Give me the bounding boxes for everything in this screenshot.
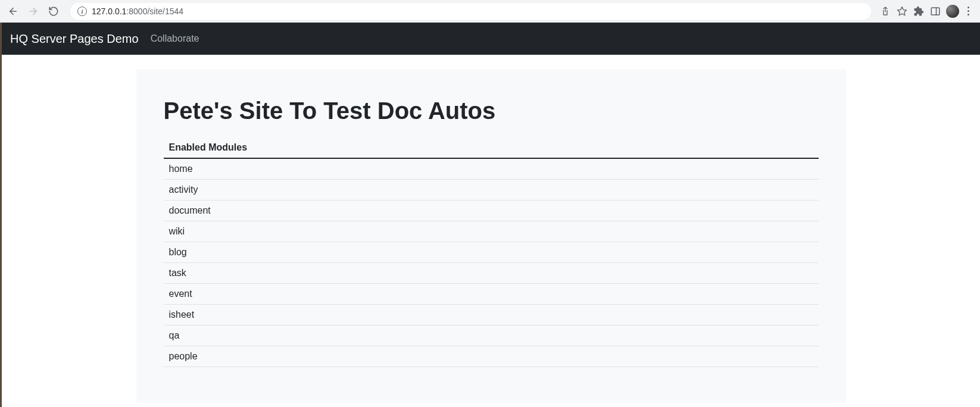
- main-container: Pete's Site To Test Doc Autos Enabled Mo…: [2, 55, 980, 407]
- svg-rect-3: [931, 8, 940, 15]
- site-info-icon[interactable]: i: [77, 7, 87, 16]
- module-cell: task: [164, 263, 819, 284]
- modules-table: Enabled Modules homeactivitydocumentwiki…: [164, 137, 819, 367]
- table-row: blog: [164, 242, 819, 263]
- module-cell: isheet: [164, 305, 819, 325]
- table-row: document: [164, 201, 819, 221]
- table-row: event: [164, 284, 819, 305]
- navbar-link-collaborate[interactable]: Collaborate: [151, 33, 199, 44]
- page-title: Pete's Site To Test Doc Autos: [164, 98, 819, 124]
- share-icon[interactable]: [879, 5, 891, 17]
- module-cell: blog: [164, 242, 819, 263]
- back-button[interactable]: [5, 3, 21, 20]
- module-cell: home: [164, 158, 819, 180]
- content-card: Pete's Site To Test Doc Autos Enabled Mo…: [136, 69, 846, 403]
- address-bar[interactable]: i 127.0.0.1:8000/site/1544: [70, 3, 871, 20]
- table-row: people: [164, 346, 819, 367]
- profile-avatar[interactable]: [946, 5, 959, 18]
- page-body: HQ Server Pages Demo Collaborate Pete's …: [0, 23, 980, 407]
- table-row: isheet: [164, 305, 819, 325]
- url-text: 127.0.0.1:8000/site/1544: [92, 7, 183, 16]
- navbar-brand[interactable]: HQ Server Pages Demo: [10, 32, 139, 46]
- extensions-icon[interactable]: [913, 5, 925, 17]
- module-cell: document: [164, 201, 819, 221]
- module-cell: activity: [164, 180, 819, 201]
- reload-button[interactable]: [45, 3, 62, 20]
- forward-button[interactable]: [25, 3, 42, 20]
- browser-toolbar: i 127.0.0.1:8000/site/1544: [0, 0, 980, 23]
- table-row: activity: [164, 180, 819, 201]
- svg-marker-2: [898, 7, 907, 15]
- module-cell: wiki: [164, 221, 819, 242]
- table-header: Enabled Modules: [164, 137, 819, 158]
- table-row: home: [164, 158, 819, 180]
- side-panel-icon[interactable]: [929, 5, 941, 17]
- app-navbar: HQ Server Pages Demo Collaborate: [2, 23, 980, 55]
- table-row: qa: [164, 325, 819, 346]
- module-cell: event: [164, 284, 819, 305]
- bookmark-star-icon[interactable]: [896, 5, 908, 17]
- browser-menu-icon[interactable]: [964, 7, 973, 15]
- table-row: task: [164, 263, 819, 284]
- module-cell: people: [164, 346, 819, 367]
- table-row: wiki: [164, 221, 819, 242]
- module-cell: qa: [164, 325, 819, 346]
